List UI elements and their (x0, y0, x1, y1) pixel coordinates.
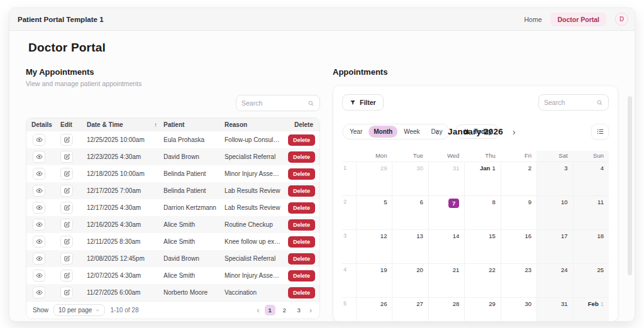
date-number: 1 (601, 300, 604, 307)
appointment-patient: Alice Smith (161, 221, 222, 228)
date-number: 29 (380, 165, 387, 172)
view-details-button[interactable] (33, 270, 45, 282)
week-number: 3 (342, 230, 356, 263)
calendar-day-cell[interactable]: 7 (428, 196, 464, 229)
previous-page-button[interactable]: ‹ (255, 306, 260, 314)
edit-button[interactable] (60, 202, 73, 214)
view-option-month[interactable]: Month (369, 126, 397, 138)
user-avatar[interactable]: D (615, 13, 628, 26)
calendar-day-cell[interactable]: 31 (428, 162, 464, 195)
delete-button[interactable]: Delete (288, 270, 315, 282)
appointment-patient: Belinda Patient (161, 187, 222, 194)
list-view-button[interactable] (591, 124, 609, 139)
calendar-day-cell[interactable]: 28 (428, 298, 464, 322)
view-option-year[interactable]: Year (345, 126, 367, 138)
page-button-3[interactable]: 3 (294, 305, 304, 315)
appointment-reason: Knee follow up exam (222, 238, 283, 245)
date-number: 27 (416, 300, 423, 307)
calendar-search-input[interactable] (544, 99, 596, 106)
calendar-day-cell[interactable]: 13 (392, 230, 428, 263)
delete-button[interactable]: Delete (288, 134, 315, 146)
delete-button[interactable]: Delete (288, 236, 315, 248)
delete-button[interactable]: Delete (288, 287, 315, 298)
vertical-scrollbar[interactable] (628, 96, 632, 275)
edit-button[interactable] (60, 151, 73, 163)
view-option-week[interactable]: Week (399, 126, 425, 138)
calendar-day-cell[interactable]: 31 (536, 298, 572, 322)
weekday-header-sun: Sun (573, 151, 609, 161)
calendar-day-cell[interactable]: 19 (356, 264, 392, 297)
view-details-button[interactable] (33, 168, 45, 180)
calendar-day-cell[interactable]: 20 (392, 264, 428, 297)
edit-button[interactable] (60, 236, 73, 248)
pagination-range: 1-10 of 28 (110, 307, 138, 314)
calendar-day-cell[interactable]: 10 (536, 196, 572, 229)
sort-ascending-icon[interactable]: ↑ (154, 121, 157, 128)
date-number: 25 (597, 266, 604, 273)
calendar-day-cell[interactable]: 6 (392, 196, 428, 229)
edit-button[interactable] (60, 253, 73, 265)
calendar-day-cell[interactable]: 11 (573, 196, 609, 229)
view-details-button[interactable] (33, 202, 45, 214)
delete-button[interactable]: Delete (288, 202, 315, 214)
edit-button[interactable] (60, 270, 73, 282)
calendar-day-cell[interactable]: 3 (536, 162, 572, 195)
appointment-patient: Alice Smith (161, 272, 222, 279)
calendar-day-cell[interactable]: 14 (428, 230, 464, 263)
calendar-day-cell[interactable]: 25 (573, 264, 609, 297)
page-button-2[interactable]: 2 (279, 305, 290, 315)
calendar-day-cell[interactable]: 22 (464, 264, 500, 297)
calendar-day-cell[interactable]: 27 (392, 298, 428, 322)
calendar-day-cell[interactable]: Jan1 (464, 162, 500, 195)
table-search-input[interactable] (242, 99, 308, 107)
calendar-day-cell[interactable]: 18 (573, 230, 609, 263)
table-footer: Show 10 per page 1-10 of 28 ‹ 123 › (26, 301, 319, 319)
next-page-button[interactable]: › (308, 306, 313, 314)
calendar-day-cell[interactable]: 30 (392, 162, 428, 195)
calendar-day-cell[interactable]: 4 (573, 162, 609, 195)
calendar-day-cell[interactable]: 24 (536, 264, 572, 297)
edit-button[interactable] (60, 168, 73, 180)
calendar-day-cell[interactable]: 2 (501, 162, 536, 195)
calendar-day-cell[interactable]: 29 (464, 298, 500, 322)
view-details-button[interactable] (33, 185, 45, 197)
edit-button[interactable] (60, 287, 73, 298)
calendar-day-cell[interactable]: 5 (356, 196, 392, 229)
view-details-button[interactable] (33, 151, 45, 163)
nav-doctor-portal[interactable]: Doctor Portal (550, 13, 606, 26)
calendar-day-cell[interactable]: 12 (356, 230, 392, 263)
edit-icon (64, 255, 70, 262)
delete-button[interactable]: Delete (288, 253, 315, 265)
next-month-button[interactable]: › (511, 128, 517, 136)
calendar-day-cell[interactable]: 23 (501, 264, 536, 297)
calendar-day-cell[interactable]: 26 (356, 298, 392, 322)
calendar-day-cell[interactable]: 21 (428, 264, 464, 297)
previous-month-button[interactable]: ‹ (434, 128, 440, 136)
nav-home[interactable]: Home (524, 16, 541, 23)
view-details-button[interactable] (33, 253, 45, 265)
view-details-button[interactable] (33, 287, 45, 298)
column-header-datetime[interactable]: Date & Time ↑ (84, 121, 161, 128)
calendar-day-cell[interactable]: 8 (464, 196, 500, 229)
page-size-select[interactable]: 10 per page (53, 304, 105, 316)
calendar-day-cell[interactable]: 15 (464, 230, 500, 263)
calendar-day-cell[interactable]: 9 (501, 196, 536, 229)
view-details-button[interactable] (33, 134, 45, 146)
calendar-day-cell[interactable]: 16 (501, 230, 536, 263)
edit-button[interactable] (60, 219, 73, 231)
view-details-button[interactable] (33, 236, 45, 248)
edit-button[interactable] (60, 134, 73, 146)
calendar-day-cell[interactable]: Feb1 (573, 298, 609, 322)
appointment-reason: Vaccination (222, 289, 283, 296)
calendar-day-cell[interactable]: 30 (501, 298, 536, 322)
calendar-day-cell[interactable]: 17 (536, 230, 572, 263)
view-details-button[interactable] (33, 219, 45, 231)
delete-button[interactable]: Delete (288, 185, 315, 197)
page-button-1[interactable]: 1 (265, 305, 275, 315)
delete-button[interactable]: Delete (288, 168, 315, 180)
filter-button[interactable]: Filter (342, 94, 384, 111)
delete-button[interactable]: Delete (288, 219, 315, 231)
edit-button[interactable] (60, 185, 73, 197)
delete-button[interactable]: Delete (288, 151, 315, 163)
calendar-day-cell[interactable]: 29 (356, 162, 392, 195)
